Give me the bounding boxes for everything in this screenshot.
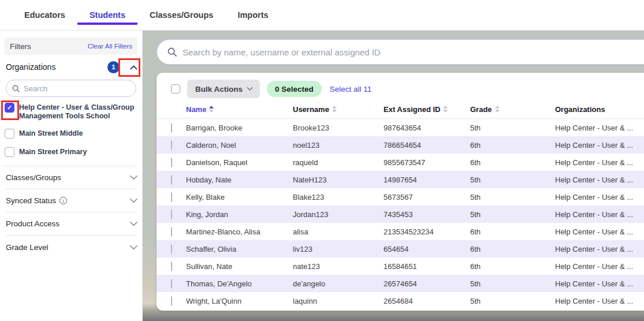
sort-desc-arrow: [443, 110, 448, 113]
tab-imports[interactable]: Imports: [237, 0, 268, 30]
sidebar-section-synced-status[interactable]: Synced Statusi: [6, 189, 136, 212]
sidebar-section-classes-groups[interactable]: Classes/Groups: [6, 166, 136, 189]
column-header-ext-assigned-id[interactable]: Ext Assigned ID: [384, 105, 470, 114]
column-header-grade[interactable]: Grade: [470, 105, 555, 114]
student-search-bar[interactable]: [157, 39, 644, 65]
row-checkbox[interactable]: [171, 210, 172, 219]
bulk-actions-row: Bulk Actions 0 Selected Select all 11: [157, 73, 644, 98]
cell-organizations: Help Center - User & ...: [555, 210, 644, 219]
table-row[interactable]: Danielson, Raquelraqueld98556735476thHel…: [157, 154, 644, 171]
filters-sidebar: Filters Clear All Filters Organizations …: [0, 31, 143, 321]
chevron-down-icon[interactable]: [130, 195, 137, 203]
sidebar-section-grade-level[interactable]: Grade Level: [6, 236, 136, 259]
filter-sections: Classes/GroupsSynced StatusiProduct Acce…: [0, 166, 142, 259]
table-body: Barrigan, BrookeBrooke1239876436545thHel…: [157, 119, 644, 309]
row-checkbox[interactable]: [171, 244, 172, 254]
cell-ext-assigned-id: 654654: [384, 245, 470, 253]
page: EducatorsStudentsClasses/GroupsImports F…: [0, 0, 644, 321]
cell-ext-assigned-id: 5673567: [384, 193, 470, 201]
organizations-checkbox-list: ✓Help Center - User & Class/Group Manage…: [5, 103, 137, 157]
table-row[interactable]: Sullivan, Natenate123165846516thHelp Cen…: [157, 257, 644, 275]
cell-organizations: Help Center - User & ...: [555, 227, 644, 236]
row-checkbox[interactable]: [171, 158, 172, 167]
row-checkbox[interactable]: [171, 296, 172, 306]
column-header-label: Ext Assigned ID: [384, 105, 440, 114]
cell-username: noel123: [293, 141, 384, 150]
tab-educators[interactable]: Educators: [24, 0, 65, 30]
cell-grade: 5th: [470, 297, 555, 305]
bulk-actions-button[interactable]: Bulk Actions: [187, 80, 260, 98]
org-list-item: ✓Help Center - User & Class/Group Manage…: [5, 103, 137, 120]
cell-ext-assigned-id: 213534523234: [384, 227, 470, 236]
table-row[interactable]: King, JordanJordan12374354535thHelp Cent…: [157, 206, 644, 223]
cell-ext-assigned-id: 987643654: [384, 124, 470, 132]
sort-desc-arrow: [332, 110, 337, 113]
column-header-username[interactable]: Username: [293, 105, 384, 114]
select-all-link[interactable]: Select all 11: [330, 85, 372, 94]
organizations-section-header[interactable]: Organizations 1: [6, 58, 136, 76]
org-item-checkbox-main-street-primary[interactable]: [5, 147, 14, 157]
cell-username: raqueld: [293, 158, 384, 167]
selected-count-badge: 0 Selected: [267, 81, 322, 97]
cell-grade: 6th: [470, 141, 555, 150]
clear-all-filters-link[interactable]: Clear All Filters: [88, 43, 132, 50]
cell-grade: 5th: [470, 279, 555, 288]
chevron-down-icon[interactable]: [130, 242, 137, 249]
table-row[interactable]: Martinez-Blanco, Alisaalisa2135345232346…: [157, 223, 644, 240]
cell-name: Sullivan, Nate: [186, 262, 293, 271]
cell-ext-assigned-id: 7435453: [384, 210, 470, 219]
tab-students[interactable]: Students: [90, 0, 125, 30]
table-row[interactable]: Calderon, Noelnoel1237866546546thHelp Ce…: [157, 136, 644, 154]
tab-classes-groups[interactable]: Classes/Groups: [150, 0, 213, 30]
cell-username: laquinn: [293, 297, 384, 305]
cell-organizations: Help Center - User & ...: [555, 279, 644, 288]
table-row[interactable]: Thomas, De'Angelode'angelo265746545thHel…: [157, 275, 644, 292]
organizations-search-input[interactable]: [24, 84, 130, 93]
table-row[interactable]: Barrigan, BrookeBrooke1239876436545thHel…: [157, 119, 644, 136]
cell-name: Danielson, Raquel: [186, 158, 293, 167]
chevron-up-icon[interactable]: [130, 65, 137, 72]
row-checkbox[interactable]: [171, 175, 172, 185]
table-header-row: NameUsernameExt Assigned IDGradeOrganiza…: [157, 100, 644, 119]
cell-organizations: Help Center - User & ...: [555, 158, 644, 167]
cell-organizations: Help Center - User & ...: [555, 297, 644, 305]
organizations-search[interactable]: [6, 80, 136, 97]
organizations-count-badge: 1: [107, 61, 120, 73]
table-row[interactable]: Wright, La'Quinnlaquinn26546845thHelp Ce…: [157, 292, 644, 309]
cell-username: nate123: [293, 262, 384, 271]
row-checkbox[interactable]: [171, 192, 172, 202]
sort-desc-arrow: [209, 110, 214, 113]
cell-username: Brooke123: [293, 124, 384, 132]
column-header-name[interactable]: Name: [186, 105, 293, 114]
sidebar-section-product-access[interactable]: Product Access: [6, 212, 136, 236]
chevron-down-icon[interactable]: [130, 172, 137, 180]
sort-asc-arrow: [495, 106, 500, 109]
row-checkbox[interactable]: [171, 262, 172, 271]
table-row[interactable]: Schaffer, Olivialiv1236546546thHelp Cent…: [157, 240, 644, 257]
chevron-down-icon[interactable]: [130, 218, 137, 226]
content: Filters Clear All Filters Organizations …: [0, 31, 644, 321]
sidebar-section-label: Grade Level: [6, 243, 49, 252]
column-header-organizations: Organizations: [555, 105, 644, 114]
sort-desc-arrow: [495, 110, 500, 113]
row-checkbox[interactable]: [171, 123, 172, 133]
cell-ext-assigned-id: 786654654: [384, 141, 470, 150]
column-header-label: Name: [186, 105, 206, 114]
cell-grade: 5th: [470, 176, 555, 184]
org-item-checkbox-help-center-user-cla[interactable]: ✓: [5, 103, 14, 113]
row-checkbox[interactable]: [171, 279, 172, 289]
select-all-checkbox[interactable]: [171, 84, 180, 94]
row-checkbox[interactable]: [171, 140, 172, 150]
table-row[interactable]: Kelly, BlakeBlake12356735675thHelp Cente…: [157, 188, 644, 206]
main-panel: Bulk Actions 0 Selected Select all 11 Na…: [143, 31, 644, 321]
search-icon: [167, 47, 177, 57]
cell-organizations: Help Center - User & ...: [555, 245, 644, 253]
cell-ext-assigned-id: 14987654: [384, 176, 470, 184]
table-row[interactable]: Hobday, NateNateH123149876545thHelp Cent…: [157, 171, 644, 188]
row-checkbox[interactable]: [171, 227, 172, 237]
org-item-label: Help Center - User & Class/Group Managem…: [19, 103, 137, 120]
column-header-label: Organizations: [555, 105, 605, 114]
cell-ext-assigned-id: 16584651: [384, 262, 470, 271]
student-search-input[interactable]: [183, 47, 634, 57]
org-item-checkbox-main-street-middle[interactable]: [5, 129, 14, 139]
